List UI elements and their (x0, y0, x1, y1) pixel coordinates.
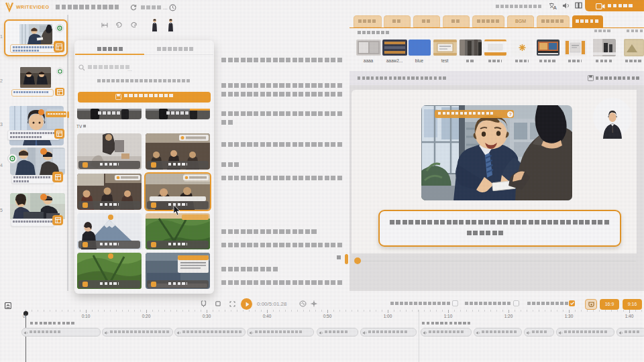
svg-text:A: A (553, 5, 557, 10)
